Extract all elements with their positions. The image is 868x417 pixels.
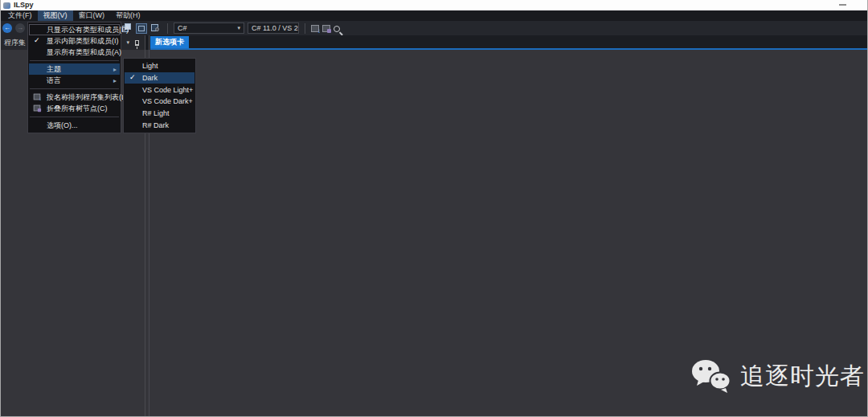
watermark-text: 追逐时光者	[740, 360, 865, 393]
menuitem-label: 显示内部类型和成员(I)	[47, 36, 119, 47]
theme-dark[interactable]: ✓ Dark	[125, 72, 194, 84]
toolbar-separator	[305, 23, 305, 34]
sort-assemblies-icon	[34, 94, 41, 100]
forward-button[interactable]: →	[15, 23, 25, 33]
menubar: 文件(F) 视图(V) 窗口(W) 帮助(H)	[1, 10, 867, 21]
menuitem-label: 语言	[47, 76, 61, 86]
menuitem-label: VS Code Light+	[142, 86, 193, 94]
menu-separator	[30, 117, 119, 117]
chevron-down-icon: ▾	[232, 25, 240, 31]
theme-vscode-light[interactable]: VS Code Light+	[125, 84, 194, 96]
window-title: ILSpy	[14, 0, 34, 10]
panel-menu-dropdown-icon[interactable]: ▾	[126, 39, 129, 46]
menuitem-label: 按名称排列程序集列表(L)	[47, 92, 128, 103]
wechat-icon	[690, 358, 732, 394]
menuitem-label: Dark	[142, 74, 158, 82]
menuitem-label: Light	[142, 62, 158, 70]
menu-view[interactable]: 视图(V)	[38, 10, 73, 21]
toolbar: ← → C# ▾ C# 11.0 / VS 202 ▾	[1, 21, 867, 35]
menuitem-label: 只显示公有类型和成员(P)	[47, 25, 129, 35]
assemblies-panel-title: 程序集	[4, 38, 26, 48]
submenu-arrow-icon: ▸	[113, 77, 117, 84]
theme-light[interactable]: Light	[125, 60, 194, 72]
pin-icon[interactable]	[135, 40, 139, 46]
menu-separator	[30, 88, 119, 89]
ilspy-window: ILSpy 文件(F) 视图(V) 窗口(W) 帮助(H) ← → C# ▾ C…	[0, 0, 868, 417]
menuitem-label: R# Light	[142, 109, 170, 117]
menuitem-internal-types[interactable]: ✓ 显示内部类型和成员(I)	[29, 35, 120, 47]
menuitem-all-types[interactable]: 显示所有类型和成员(A)	[29, 47, 120, 58]
search-icon[interactable]	[334, 26, 340, 32]
check-icon: ✓	[129, 73, 136, 81]
dock-window-toggle-icon[interactable]	[136, 23, 147, 34]
minimize-button[interactable]	[839, 4, 846, 6]
theme-rsharp-light[interactable]: R# Light	[125, 108, 194, 120]
menuitem-options[interactable]: 选项(O)...	[29, 120, 120, 131]
menuitem-label: 折叠所有树节点(C)	[47, 104, 108, 114]
window-settings-icon[interactable]	[150, 23, 162, 34]
menuitem-sort-assemblies[interactable]: 按名称排列程序集列表(L)	[29, 92, 120, 103]
menuitem-label: R# Dark	[142, 121, 169, 129]
theme-submenu: Light ✓ Dark VS Code Light+ VS Code Dark…	[123, 58, 196, 133]
menuitem-collapse-nodes[interactable]: 折叠所有树节点(C)	[29, 103, 120, 114]
back-button[interactable]: ←	[2, 23, 12, 33]
menuitem-label: 显示所有类型和成员(A)	[47, 47, 121, 58]
tab-strip: 程序集 ▾ 新选项卡	[1, 35, 867, 50]
menuitem-label: 选项(O)...	[47, 121, 78, 131]
menu-separator	[30, 60, 119, 61]
toolbar-separator	[167, 23, 168, 34]
menu-help[interactable]: 帮助(H)	[110, 10, 146, 21]
menuitem-label: VS Code Dark+	[142, 97, 193, 105]
titlebar: ILSpy	[1, 0, 867, 10]
menuitem-public-only[interactable]: 只显示公有类型和成员(P)	[29, 24, 120, 35]
check-icon: ✓	[34, 36, 40, 44]
version-combo-value: C# 11.0 / VS 202	[252, 24, 299, 32]
ilspy-logo-icon	[3, 2, 10, 9]
language-combo-value: C#	[178, 24, 187, 32]
menu-file[interactable]: 文件(F)	[2, 10, 38, 21]
tab-new[interactable]: 新选项卡	[150, 36, 189, 48]
sort-assemblies-icon[interactable]	[311, 25, 319, 32]
menu-window[interactable]: 窗口(W)	[73, 10, 111, 21]
theme-vscode-dark[interactable]: VS Code Dark+	[125, 96, 194, 108]
menuitem-theme[interactable]: 主题 ▸	[29, 63, 120, 75]
language-combo[interactable]: C# ▾	[174, 22, 244, 34]
watermark: 追逐时光者	[690, 358, 865, 394]
language-version-combo[interactable]: C# 11.0 / VS 202 ▾	[248, 22, 299, 34]
collapse-all-icon	[34, 105, 41, 112]
collapse-all-icon[interactable]	[322, 25, 330, 32]
theme-rsharp-dark[interactable]: R# Dark	[125, 119, 194, 131]
menuitem-label: 主题	[47, 64, 61, 75]
view-menu-dropdown: 只显示公有类型和成员(P) ✓ 显示内部类型和成员(I) 显示所有类型和成员(A…	[27, 22, 121, 133]
submenu-arrow-icon: ▸	[113, 66, 117, 73]
menuitem-language[interactable]: 语言 ▸	[29, 75, 120, 86]
